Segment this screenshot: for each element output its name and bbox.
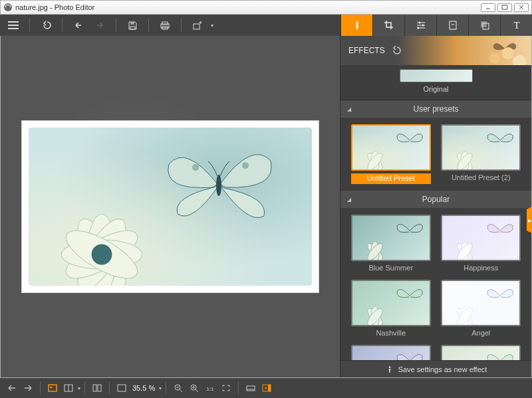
svg-line-63 bbox=[180, 389, 182, 392]
preset-label: Untitled Preset bbox=[351, 173, 431, 184]
save-button[interactable] bbox=[123, 17, 142, 34]
window-titlebar: nature.jpg - Photo Editor bbox=[0, 0, 532, 15]
svg-point-9 bbox=[418, 22, 420, 24]
print-button[interactable] bbox=[156, 17, 174, 34]
save-effect-label: Save settings as new effect bbox=[398, 365, 487, 373]
preset-label: Angel bbox=[441, 329, 521, 340]
export-button[interactable] bbox=[188, 17, 207, 34]
save-effect-button[interactable]: Save settings as new effect bbox=[340, 360, 531, 377]
preset-item[interactable] bbox=[439, 345, 524, 360]
preset-untitled-2[interactable]: Untitled Preset (2) bbox=[439, 124, 524, 184]
zoom-actual-button[interactable]: 1:1 bbox=[202, 380, 218, 396]
separator bbox=[29, 19, 30, 32]
app-icon bbox=[3, 3, 13, 12]
side-tab-strip: T bbox=[340, 15, 532, 36]
effects-label: EFFECTS bbox=[348, 46, 385, 55]
svg-rect-72 bbox=[268, 385, 271, 391]
maximize-button[interactable] bbox=[497, 3, 512, 12]
svg-point-11 bbox=[417, 27, 419, 29]
zoom-out-button[interactable] bbox=[170, 380, 186, 396]
close-button[interactable] bbox=[514, 3, 529, 12]
svg-rect-54 bbox=[49, 385, 57, 391]
svg-point-27 bbox=[489, 53, 500, 64]
tab-retouch[interactable] bbox=[436, 15, 468, 36]
svg-text:T: T bbox=[513, 20, 519, 31]
single-view-button[interactable] bbox=[45, 380, 61, 396]
original-thumb bbox=[400, 69, 473, 82]
zoom-in-button[interactable] bbox=[186, 380, 202, 396]
revert-icon[interactable] bbox=[37, 17, 55, 34]
preset-label: Blue Summer bbox=[351, 264, 431, 274]
section-title: User presets bbox=[413, 104, 458, 114]
top-toolbar: ▾ T bbox=[0, 15, 532, 36]
tab-adjust[interactable] bbox=[404, 15, 436, 36]
svg-point-24 bbox=[216, 175, 221, 196]
svg-rect-2 bbox=[502, 5, 507, 9]
export-dropdown-caret[interactable]: ▾ bbox=[211, 23, 213, 29]
svg-point-26 bbox=[242, 162, 249, 169]
svg-rect-69 bbox=[247, 386, 255, 391]
image-preview bbox=[21, 120, 319, 293]
thumbnail-strip-button[interactable] bbox=[243, 380, 259, 396]
separator bbox=[62, 19, 63, 32]
effects-header: EFFECTS bbox=[340, 36, 531, 65]
preset-label: Happiness bbox=[441, 264, 521, 274]
panel-collapse-handle[interactable]: ▸ bbox=[527, 207, 532, 233]
svg-rect-58 bbox=[93, 385, 96, 391]
zoom-dropdown-caret[interactable]: ▾ bbox=[159, 385, 162, 391]
preset-happiness[interactable]: Happiness bbox=[439, 215, 524, 274]
preset-untitled[interactable]: Untitled Preset bbox=[348, 124, 434, 184]
collapse-icon: ◢ bbox=[347, 106, 351, 112]
original-label: Original bbox=[424, 85, 449, 93]
preset-label: Untitled Preset (2) bbox=[441, 173, 521, 184]
presets-scroll[interactable]: Original ◢ User presets Untitled Preset bbox=[340, 65, 531, 360]
next-image-button[interactable] bbox=[20, 380, 36, 396]
svg-line-67 bbox=[196, 389, 198, 392]
separator bbox=[116, 19, 116, 32]
preset-blue-summer[interactable]: Blue Summer bbox=[348, 215, 434, 274]
undo-button[interactable] bbox=[69, 17, 88, 34]
minimize-button[interactable] bbox=[481, 3, 495, 12]
original-preset[interactable]: Original bbox=[340, 65, 531, 100]
preset-angel[interactable]: Angel bbox=[439, 280, 524, 340]
fit-screen-button[interactable] bbox=[114, 380, 130, 396]
svg-rect-13 bbox=[481, 21, 487, 27]
preset-label: Nashville bbox=[351, 329, 431, 340]
menu-button[interactable] bbox=[4, 17, 23, 34]
svg-rect-8 bbox=[194, 24, 200, 29]
tab-effects[interactable] bbox=[340, 15, 372, 36]
zoom-fullscreen-button[interactable] bbox=[218, 380, 234, 396]
status-bar: ▾ 35.5 % ▾ 1:1 bbox=[0, 378, 532, 398]
tab-crop[interactable] bbox=[372, 15, 404, 36]
collapse-icon: ◢ bbox=[347, 197, 351, 203]
canvas-area[interactable] bbox=[1, 36, 340, 377]
butterfly-illustration bbox=[159, 138, 279, 231]
svg-rect-60 bbox=[118, 385, 126, 391]
view-dropdown-caret[interactable]: ▾ bbox=[78, 385, 80, 391]
svg-rect-4 bbox=[130, 27, 135, 29]
section-title: Popular bbox=[422, 195, 450, 204]
separator bbox=[148, 19, 149, 32]
tab-overlay[interactable] bbox=[468, 15, 500, 36]
svg-rect-3 bbox=[130, 22, 134, 25]
tab-text[interactable]: T bbox=[500, 15, 532, 36]
effects-reset-icon[interactable] bbox=[390, 45, 401, 56]
preset-nashville[interactable]: Nashville bbox=[348, 280, 434, 340]
window-title: nature.jpg - Photo Editor bbox=[15, 3, 94, 11]
zoom-value: 35.5 % bbox=[132, 384, 155, 392]
svg-text:1:1: 1:1 bbox=[207, 386, 215, 392]
preset-item[interactable] bbox=[348, 345, 434, 360]
panel-toggle-button[interactable] bbox=[259, 380, 275, 396]
prev-image-button[interactable] bbox=[4, 380, 20, 396]
svg-point-10 bbox=[422, 25, 424, 27]
section-popular[interactable]: ◢ Popular bbox=[340, 191, 531, 208]
svg-point-29 bbox=[513, 55, 526, 65]
svg-point-55 bbox=[51, 387, 53, 389]
split-view-button[interactable] bbox=[61, 380, 76, 396]
separator bbox=[181, 19, 182, 32]
svg-rect-59 bbox=[98, 385, 101, 391]
header-floral-decor bbox=[485, 39, 531, 65]
compare-mode-button[interactable] bbox=[89, 380, 105, 396]
section-user-presets[interactable]: ◢ User presets bbox=[340, 100, 531, 118]
redo-button[interactable] bbox=[90, 17, 109, 34]
